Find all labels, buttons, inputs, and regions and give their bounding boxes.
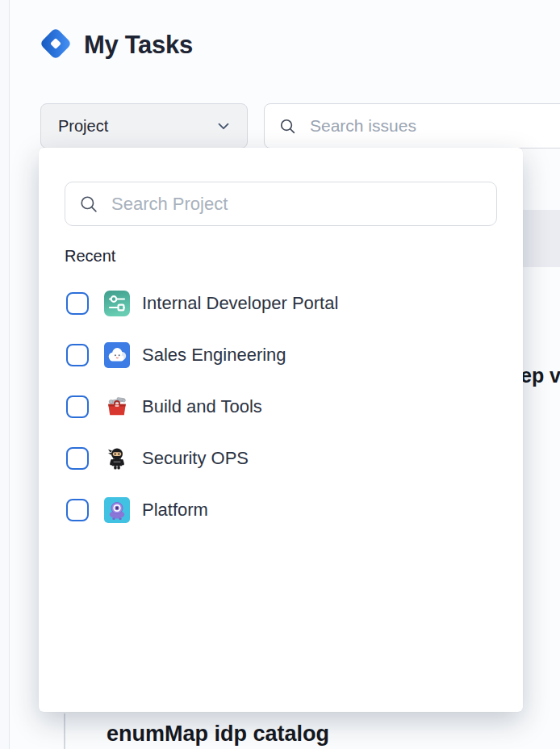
project-option-label: Sales Engineering (142, 345, 286, 366)
project-option-security-ops[interactable]: Security OPS (39, 433, 523, 484)
search-icon (78, 194, 99, 215)
search-icon (278, 117, 297, 136)
project-option-internal-developer-portal[interactable]: Internal Developer Portal (39, 278, 523, 329)
left-rail-divider (0, 0, 10, 749)
project-checkbox[interactable] (66, 395, 89, 418)
project-filter-dropdown: Recent (39, 148, 523, 712)
ninja-project-icon (104, 446, 130, 471)
sliders-project-icon (104, 291, 130, 316)
project-checkbox[interactable] (66, 292, 89, 315)
page-title: My Tasks (84, 31, 193, 60)
project-option-platform[interactable]: Platform (39, 484, 523, 536)
jira-diamond-logo (38, 26, 73, 61)
search-issues-input[interactable] (308, 115, 521, 136)
project-search-field[interactable] (65, 182, 497, 226)
project-checkbox[interactable] (66, 499, 89, 521)
project-filter-button[interactable]: Project (40, 103, 248, 149)
my-tasks-page: My Tasks Project ep v enumMap idp catalo… (0, 0, 560, 749)
project-search-input[interactable] (110, 193, 460, 215)
project-list: Internal Developer Portal (39, 278, 523, 536)
chevron-down-icon (215, 117, 232, 135)
project-checkbox[interactable] (66, 447, 89, 470)
project-checkbox[interactable] (66, 344, 89, 366)
search-issues-field[interactable] (264, 103, 560, 149)
project-option-label: Security OPS (142, 448, 249, 469)
project-option-label: Platform (142, 500, 208, 521)
partial-heading-right: ep v (520, 364, 560, 387)
project-option-build-and-tools[interactable]: Build and Tools (39, 381, 523, 433)
partial-heading-bottom: enumMap idp catalog (107, 722, 329, 747)
toolbox-project-icon (104, 394, 130, 420)
project-option-label: Internal Developer Portal (142, 293, 338, 314)
alien-project-icon (104, 497, 130, 523)
project-option-label: Build and Tools (142, 396, 262, 417)
cloud-project-icon (104, 342, 130, 368)
recent-section-label: Recent (65, 247, 115, 266)
project-option-sales-engineering[interactable]: Sales Engineering (39, 329, 523, 381)
project-filter-label: Project (58, 117, 108, 136)
row-left-border (64, 713, 65, 749)
